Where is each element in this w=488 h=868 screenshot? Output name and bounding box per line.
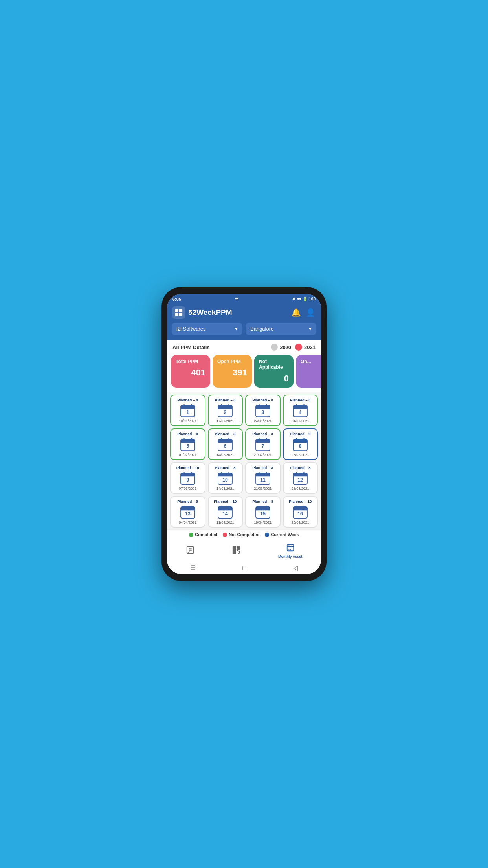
svg-text:13: 13 [185,511,191,516]
week-date-5: 07/02/2021 [179,453,196,457]
svg-rect-1 [179,309,182,312]
svg-rect-30 [181,441,195,443]
svg-rect-108 [238,548,239,549]
svg-rect-96 [293,508,307,510]
week-card-4[interactable]: Planned – 0 4 31/01/2021 [283,395,318,426]
week-date-15: 18/04/2021 [254,520,272,524]
header-icons: 🔔 👤 [291,308,316,317]
toggle-label: All PPM Details [172,344,267,350]
week-card-1[interactable]: Planned – 0 1 10/01/2021 [170,395,205,426]
location-label: Bangalore [250,326,273,332]
svg-text:14: 14 [222,511,228,516]
week-card-12[interactable]: Planned – 8 12 28/03/2021 [283,462,318,494]
phone-screen: 6:05 ✛ ✲ ▾▾ 🔋 100 52WeekPPM 🔔 [167,294,321,574]
open-ppm-value: 391 [217,368,247,378]
phone-shell: 6:05 ✛ ✲ ▾▾ 🔋 100 52WeekPPM 🔔 [161,287,327,581]
year-2020-option[interactable]: 2020 [271,344,291,351]
location-dropdown[interactable]: Bangalore ▾ [246,323,316,335]
svg-text:3: 3 [261,409,264,415]
calendar-icon-5: 5 [180,438,196,452]
svg-rect-54 [181,474,195,476]
dropdown-row: i2i Softwares ▾ Bangalore ▾ [167,323,321,340]
planned-label: Planned – 3 [252,432,273,436]
week-card-7[interactable]: Planned – 3 7 21/02/2021 [245,428,281,460]
svg-text:7: 7 [261,443,264,449]
year-2020-toggle[interactable] [271,344,278,351]
svg-rect-109 [234,552,235,553]
planned-label: Planned – 8 [215,465,236,470]
week-card-3[interactable]: Planned – 0 3 24/01/2021 [245,395,281,426]
calendar-icon-3: 3 [255,404,271,418]
bluetooth-icon: ✲ [292,297,295,301]
week-grid: Planned – 0 1 10/01/2021 Planned – 0 [170,395,318,528]
total-ppm-card[interactable]: Total PPM 401 [171,355,210,388]
svg-text:6: 6 [224,443,227,449]
profile-icon[interactable]: 👤 [306,308,316,317]
svg-text:9: 9 [186,477,189,482]
week-card-8[interactable]: Planned – 9 8 28/02/2021 [283,428,318,460]
not-applicable-card[interactable]: NotApplicable 0 [254,355,294,388]
notification-icon[interactable]: 🔔 [291,308,301,317]
week-card-10[interactable]: Planned – 8 10 14/03/2021 [208,462,243,494]
week-card-16[interactable]: Planned – 10 16 25/04/2021 [283,496,318,528]
battery-value: 100 [309,297,316,301]
svg-text:15: 15 [260,511,266,516]
week-date-1: 10/01/2021 [179,419,196,423]
legend-current-week: Current Week [265,532,299,537]
week-date-12: 28/03/2021 [292,487,309,491]
not-applicable-label: NotApplicable [259,359,289,370]
svg-text:5: 5 [186,443,189,449]
calendar-icon-8: 8 [292,438,308,452]
week-card-2[interactable]: Planned – 0 2 17/01/2021 [208,395,243,426]
wifi-icon: ▾▾ [297,297,301,301]
app-title: 52WeekPPM [188,308,291,317]
week-card-5[interactable]: Planned – 0 5 07/02/2021 [170,428,205,460]
svg-text:4: 4 [299,409,302,415]
android-back-btn[interactable]: ◁ [293,564,298,572]
year-2021-toggle[interactable] [295,344,302,351]
planned-label: Planned – 0 [252,398,273,402]
svg-rect-3 [179,313,182,316]
week-card-14[interactable]: Planned – 10 14 11/04/2021 [208,496,243,528]
svg-text:12: 12 [297,477,303,482]
planned-label: Planned – 0 [215,398,236,402]
svg-text:11: 11 [260,477,266,482]
svg-rect-48 [293,441,307,443]
planned-label: Planned – 9 [290,432,311,436]
week-date-10: 14/03/2021 [216,487,234,491]
planned-label: Planned – 3 [215,432,236,436]
week-date-3: 24/01/2021 [254,419,272,423]
completed-label: Completed [195,532,217,537]
week-card-11[interactable]: Planned – 8 11 21/03/2021 [245,462,281,494]
week-card-13[interactable]: Planned – 9 13 04/04/2021 [170,496,205,528]
summary-cards: Total PPM 401 Open PPM 391 NotApplicable… [167,355,321,392]
open-ppm-card[interactable]: Open PPM 391 [213,355,252,388]
company-dropdown[interactable]: i2i Softwares ▾ [172,323,242,335]
week-card-15[interactable]: Planned – 8 15 18/04/2021 [245,496,281,528]
calendar-icon-7: 7 [255,438,271,452]
planned-label: Planned – 0 [290,398,311,402]
not-completed-dot [223,533,227,537]
completed-dot [189,533,193,537]
calendar-icon-13: 13 [180,505,196,519]
svg-rect-72 [293,474,307,476]
bottom-nav: Monthly Asset [167,540,321,561]
monthly-asset-label: Monthly Asset [278,555,302,559]
svg-rect-60 [218,474,232,476]
on-card[interactable]: On... [296,355,321,388]
year-2021-option[interactable]: 2021 [295,344,316,351]
android-home-btn[interactable]: □ [242,565,246,572]
status-icons: ✲ ▾▾ 🔋 100 [292,297,316,301]
nav-qr[interactable] [228,545,244,557]
android-menu-btn[interactable]: ☰ [190,564,196,572]
calendar-icon-16: 16 [292,505,308,519]
week-date-4: 31/01/2021 [292,419,309,423]
total-ppm-value: 401 [176,368,205,378]
svg-rect-12 [218,407,232,409]
week-card-6[interactable]: Planned – 3 6 14/02/2021 [208,428,243,460]
nav-checklist[interactable] [182,545,198,557]
week-card-9[interactable]: Planned – 10 9 07/03/2021 [170,462,205,494]
week-date-11: 21/03/2021 [254,487,272,491]
week-date-8: 28/02/2021 [292,453,309,457]
nav-monthly-asset[interactable]: Monthly Asset [274,542,306,559]
